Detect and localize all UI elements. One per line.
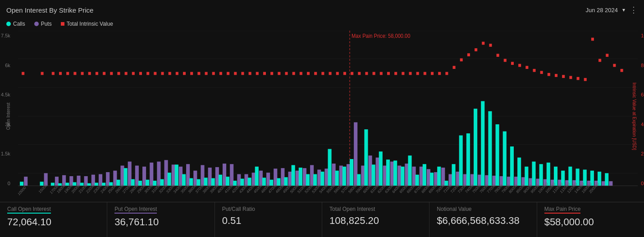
svg-rect-203 xyxy=(300,72,302,75)
svg-rect-85 xyxy=(313,174,317,186)
y-right-8g: 8G xyxy=(641,63,644,68)
svg-rect-190 xyxy=(205,72,208,75)
svg-rect-62 xyxy=(230,164,233,186)
svg-rect-59 xyxy=(219,175,222,186)
svg-rect-200 xyxy=(278,72,280,75)
svg-rect-243 xyxy=(591,38,594,41)
svg-rect-228 xyxy=(482,42,484,45)
svg-rect-223 xyxy=(445,72,448,75)
svg-rect-60 xyxy=(223,164,226,186)
svg-rect-145 xyxy=(532,162,535,186)
svg-rect-105 xyxy=(386,160,390,186)
svg-rect-206 xyxy=(321,72,324,75)
svg-rect-199 xyxy=(270,72,273,75)
put-call-ratio-value: 0.51 xyxy=(222,215,315,227)
svg-rect-176 xyxy=(103,72,105,75)
svg-rect-87 xyxy=(320,172,324,186)
svg-rect-106 xyxy=(390,162,394,186)
chart-title: Open Interest By Strike Price xyxy=(6,6,93,14)
main-container: Open Interest By Strike Price Jun 28 202… xyxy=(0,0,644,237)
svg-rect-233 xyxy=(518,64,521,67)
svg-rect-246 xyxy=(613,64,616,67)
chart-wrapper: Open Interest 7.5k 6k 4.5k 3k 1.5k 0 10G… xyxy=(0,31,644,202)
svg-rect-180 xyxy=(132,72,135,75)
svg-rect-225 xyxy=(460,58,463,61)
svg-rect-239 xyxy=(562,75,565,78)
svg-rect-131 xyxy=(481,101,484,186)
svg-rect-218 xyxy=(409,72,411,75)
svg-rect-168 xyxy=(41,72,44,75)
total-oi-value: 108,825.20 xyxy=(329,215,422,227)
svg-rect-193 xyxy=(227,72,229,75)
svg-text:Max Pain Price: 58,000.00: Max Pain Price: 58,000.00 xyxy=(352,32,411,39)
svg-text:10000: 10000 xyxy=(18,185,27,196)
total-oi-label: Total Open Interest xyxy=(329,206,422,212)
svg-rect-137 xyxy=(503,132,507,186)
svg-rect-220 xyxy=(424,72,426,75)
svg-rect-222 xyxy=(438,72,441,75)
puts-icon xyxy=(34,22,39,26)
svg-rect-242 xyxy=(584,78,587,81)
svg-rect-9 xyxy=(20,182,23,186)
svg-rect-171 xyxy=(66,72,69,75)
svg-rect-219 xyxy=(416,72,419,75)
svg-rect-165 xyxy=(605,173,608,186)
legend-puts: Puts xyxy=(34,21,52,27)
svg-rect-197 xyxy=(256,72,259,75)
max-pain-value: $58,000.00 xyxy=(544,216,637,228)
svg-rect-208 xyxy=(336,72,339,75)
svg-rect-234 xyxy=(525,66,528,69)
y-left-4.5k: 4.5k xyxy=(1,92,10,97)
svg-rect-181 xyxy=(139,72,142,75)
svg-rect-237 xyxy=(548,73,550,76)
max-pain-label: Max Pain Price xyxy=(544,206,637,214)
svg-rect-111 xyxy=(408,155,411,186)
svg-rect-240 xyxy=(569,76,572,79)
svg-rect-83 xyxy=(306,174,310,186)
svg-rect-227 xyxy=(475,48,477,51)
svg-rect-191 xyxy=(212,72,215,75)
svg-rect-96 xyxy=(354,122,357,186)
footer-notional: Notional Value $6,666,568,633.38 xyxy=(429,202,537,237)
more-options-icon[interactable]: ⋮ xyxy=(630,5,638,15)
svg-rect-164 xyxy=(602,181,605,186)
svg-rect-79 xyxy=(292,165,295,186)
svg-rect-45 xyxy=(168,173,171,186)
svg-rect-177 xyxy=(110,72,113,75)
svg-rect-42 xyxy=(157,162,160,186)
svg-rect-10 xyxy=(24,177,27,186)
svg-rect-194 xyxy=(234,72,237,75)
footer-put-call-ratio: Put/Call Ratio 0.51 xyxy=(215,202,322,237)
svg-rect-215 xyxy=(387,72,390,75)
svg-rect-91 xyxy=(335,171,339,186)
svg-rect-34 xyxy=(128,162,132,186)
svg-rect-172 xyxy=(73,72,76,75)
y-left-6k: 6k xyxy=(5,63,10,68)
svg-rect-188 xyxy=(190,72,193,75)
svg-rect-103 xyxy=(379,151,383,186)
svg-rect-201 xyxy=(285,72,288,75)
svg-rect-90 xyxy=(332,164,336,186)
svg-rect-236 xyxy=(540,71,543,74)
svg-rect-141 xyxy=(517,158,521,186)
svg-rect-173 xyxy=(81,72,84,75)
svg-rect-100 xyxy=(368,155,372,186)
svg-rect-232 xyxy=(511,62,514,65)
svg-rect-192 xyxy=(219,72,222,75)
svg-rect-95 xyxy=(350,159,353,186)
date-label: Jun 28 2024 xyxy=(585,7,618,14)
svg-rect-174 xyxy=(88,72,91,75)
chevron-down-icon[interactable]: ▾ xyxy=(622,7,625,13)
svg-rect-189 xyxy=(197,72,200,75)
y-axis-right: 10G 8G 6G 4G 2G 0 xyxy=(641,31,644,188)
svg-rect-211 xyxy=(358,72,361,75)
svg-rect-244 xyxy=(598,59,601,62)
svg-rect-221 xyxy=(431,72,434,75)
svg-rect-183 xyxy=(154,72,156,75)
svg-rect-205 xyxy=(314,72,317,75)
y-left-0: 0 xyxy=(8,181,10,186)
chart-area: Open Interest 7.5k 6k 4.5k 3k 1.5k 0 10G… xyxy=(18,31,638,202)
y-left-1.5k: 1.5k xyxy=(1,151,10,156)
svg-rect-89 xyxy=(328,149,332,186)
svg-rect-123 xyxy=(452,164,456,186)
